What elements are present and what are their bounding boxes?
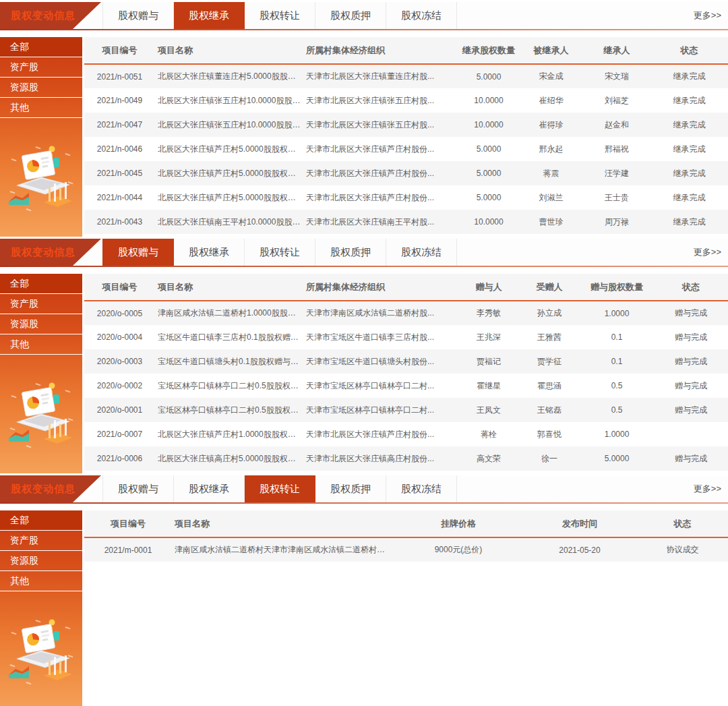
sidebar-item-资源股[interactable]: 资源股 xyxy=(0,314,82,334)
cell: 5.0000 xyxy=(580,446,654,471)
tab-股权赠与[interactable]: 股权赠与 xyxy=(102,239,174,266)
section-header-strip: 股权变动信息 股权赠与股权继承股权转让股权质押股权冻结 更多>> xyxy=(0,475,728,502)
tab-bar: 股权赠与股权继承股权转让股权质押股权冻结 xyxy=(102,475,728,502)
cell: 2021-05-20 xyxy=(522,537,637,562)
cell: 北辰区大张庄镇董连庄村5.0000股股权继... xyxy=(155,64,303,88)
cell: 贾学征 xyxy=(519,349,580,374)
category-sidebar: 全部资产股资源股其他 xyxy=(0,274,82,473)
cell: 北辰区大张庄镇芦庄村1.0000股股权赠与... xyxy=(155,422,303,446)
table-row[interactable]: 2020/o-0002宝坻区林亭口镇林亭口二村0.5股股权赠与...天津市宝坻区… xyxy=(84,374,728,398)
cell: 5.0000 xyxy=(458,64,519,88)
sidebar-item-资源股[interactable]: 资源股 xyxy=(0,551,82,571)
more-link[interactable]: 更多>> xyxy=(694,2,721,29)
table-row[interactable]: 2021/o-0007北辰区大张庄镇芦庄村1.0000股股权赠与...天津市北辰… xyxy=(84,422,728,446)
cell: 崔绍华 xyxy=(519,88,583,113)
cell: 宝坻区林亭口镇林亭口二村0.5股股权赠与... xyxy=(155,374,303,398)
table-row[interactable]: 2020/o-0005津南区咸水沽镇二道桥村1.0000股股权赠...天津市津南… xyxy=(84,301,728,325)
table-row[interactable]: 2020/o-0003宝坻区牛道口镇塘头村0.1股股权赠与项目天津市宝坻区牛道口… xyxy=(84,349,728,374)
table-row[interactable]: 2021/n-0051北辰区大张庄镇董连庄村5.0000股股权继...天津市北辰… xyxy=(84,64,728,88)
more-link[interactable]: 更多>> xyxy=(694,475,721,502)
sidebar-illustration xyxy=(0,142,82,215)
table-row[interactable]: 2021/o-0006北辰区大张庄镇高庄村5.0000股股权赠与...天津市北辰… xyxy=(84,446,728,471)
tab-股权质押[interactable]: 股权质押 xyxy=(315,475,386,502)
cell: 贾福记 xyxy=(458,349,519,374)
column-header-挂牌价格: 挂牌价格 xyxy=(394,510,522,537)
sidebar-item-全部[interactable]: 全部 xyxy=(0,37,82,57)
cell: 北辰区大张庄镇张五庄村10.0000股股权继... xyxy=(155,113,303,137)
tab-股权冻结[interactable]: 股权冻结 xyxy=(386,2,457,29)
sidebar-item-其他[interactable]: 其他 xyxy=(0,98,82,118)
sidebar-item-资产股[interactable]: 资产股 xyxy=(0,294,82,314)
cell: 继承完成 xyxy=(650,185,728,210)
tab-股权赠与[interactable]: 股权赠与 xyxy=(102,475,174,502)
tab-股权转让[interactable]: 股权转让 xyxy=(245,239,315,266)
column-header-状态: 状态 xyxy=(650,37,728,64)
strip-divider xyxy=(0,266,728,267)
cell: 蒋栓 xyxy=(458,422,519,446)
tab-股权赠与[interactable]: 股权赠与 xyxy=(102,2,174,29)
table-row[interactable]: 2020/o-0004宝坻区牛道口镇李三店村0.1股股权赠与项目天津市宝坻区牛道… xyxy=(84,325,728,349)
tab-股权转让[interactable]: 股权转让 xyxy=(245,2,315,29)
cell: 赠与完成 xyxy=(654,325,728,349)
sidebar-item-资源股[interactable]: 资源股 xyxy=(0,78,82,98)
cell: 0.5 xyxy=(580,374,654,398)
cell: 0.1 xyxy=(580,349,654,374)
sidebar-item-其他[interactable]: 其他 xyxy=(0,571,82,591)
cell: 10.0000 xyxy=(458,210,519,234)
tab-股权质押[interactable]: 股权质押 xyxy=(315,239,386,266)
sidebar-item-其他[interactable]: 其他 xyxy=(0,334,82,355)
sidebar-item-资产股[interactable]: 资产股 xyxy=(0,57,82,78)
charts-laptop-illustration xyxy=(6,616,76,688)
column-header-所属村集体经济组织: 所属村集体经济组织 xyxy=(303,37,458,64)
records-table-wrap: 项目编号项目名称所属村集体经济组织继承股权数量被继承人继承人状态2021/n-0… xyxy=(84,37,728,237)
table-row[interactable]: 2021/n-0049北辰区大张庄镇张五庄村10.0000股股权继...天津市北… xyxy=(84,88,728,113)
cell: 继承完成 xyxy=(650,113,728,137)
more-link[interactable]: 更多>> xyxy=(694,239,721,266)
section-header-strip: 股权变动信息 股权赠与股权继承股权转让股权质押股权冻结 更多>> xyxy=(0,239,728,266)
equity-change-section-transfer: 股权变动信息 股权赠与股权继承股权转让股权质押股权冻结 更多>> 全部资产股资源… xyxy=(0,475,728,706)
tab-股权质押[interactable]: 股权质押 xyxy=(315,2,386,29)
table-row[interactable]: 2020/o-0001宝坻区林亭口镇林亭口二村0.5股股权赠与...天津市宝坻区… xyxy=(84,398,728,422)
cell: 赵金和 xyxy=(583,113,650,137)
cell: 1.0000 xyxy=(580,301,654,325)
cell: 王凤文 xyxy=(458,398,519,422)
cell: 2020/o-0001 xyxy=(84,398,155,422)
cell: 10.0000 xyxy=(458,88,519,113)
cell: 邢福祝 xyxy=(583,137,650,161)
tab-股权继承[interactable]: 股权继承 xyxy=(174,239,245,266)
column-header-项目编号: 项目编号 xyxy=(84,510,172,537)
cell: 2021/n-0051 xyxy=(84,64,155,88)
column-header-赠与股权数量: 赠与股权数量 xyxy=(580,274,654,301)
cell: 天津市北辰区大张庄镇张五庄村股... xyxy=(303,88,458,113)
table-row[interactable]: 2021/n-0046北辰区大张庄镇芦庄村5.0000股股权继承...天津市北辰… xyxy=(84,137,728,161)
sidebar-item-全部[interactable]: 全部 xyxy=(0,510,82,531)
cell: 赠与完成 xyxy=(654,446,728,471)
tab-股权继承[interactable]: 股权继承 xyxy=(174,475,245,502)
table-row[interactable]: 2021/n-0047北辰区大张庄镇张五庄村10.0000股股权继...天津市北… xyxy=(84,113,728,137)
tab-股权继承[interactable]: 股权继承 xyxy=(174,2,245,29)
sidebar-item-资产股[interactable]: 资产股 xyxy=(0,531,82,551)
table-row[interactable]: 2021/n-0045北辰区大张庄镇芦庄村5.0000股股权继承...天津市北辰… xyxy=(84,161,728,185)
cell: 2021/n-0043 xyxy=(84,210,155,234)
cell: 徐一 xyxy=(519,446,580,471)
records-table: 项目编号项目名称所属村集体经济组织继承股权数量被继承人继承人状态2021/n-0… xyxy=(84,37,728,234)
cell: 赠与完成 xyxy=(654,374,728,398)
sidebar-menu: 全部资产股资源股其他 xyxy=(0,274,82,355)
table-row[interactable]: 2021/m-0001津南区咸水沽镇二道桥村天津市津南区咸水沽镇二道桥村股份经.… xyxy=(84,537,728,562)
cell: 北辰区大张庄镇芦庄村5.0000股股权继承... xyxy=(155,161,303,185)
table-row[interactable]: 2021/n-0043北辰区大张庄镇南王平村10.0000股股权继...天津市北… xyxy=(84,210,728,234)
section-title: 股权变动信息 xyxy=(0,2,101,29)
cell: 天津市北辰区大张庄镇南王平村股... xyxy=(303,210,458,234)
records-table-wrap: 项目编号项目名称挂牌价格发布时间状态2021/m-0001津南区咸水沽镇二道桥村… xyxy=(84,510,728,706)
tab-股权冻结[interactable]: 股权冻结 xyxy=(386,239,457,266)
sidebar-item-全部[interactable]: 全部 xyxy=(0,274,82,294)
cell: 天津市北辰区大张庄镇芦庄村股份... xyxy=(303,422,458,446)
records-table: 项目编号项目名称挂牌价格发布时间状态2021/m-0001津南区咸水沽镇二道桥村… xyxy=(84,510,728,562)
cell: 天津市宝坻区林亭口镇林亭口二村... xyxy=(303,374,458,398)
tab-股权冻结[interactable]: 股权冻结 xyxy=(386,475,457,502)
tab-股权转让[interactable]: 股权转让 xyxy=(245,475,315,502)
column-header-项目名称: 项目名称 xyxy=(155,37,303,64)
charts-laptop-illustration xyxy=(6,142,76,215)
table-row[interactable]: 2021/n-0044北辰区大张庄镇芦庄村5.0000股股权继承...天津市北辰… xyxy=(84,185,728,210)
cell: 2021/n-0045 xyxy=(84,161,155,185)
